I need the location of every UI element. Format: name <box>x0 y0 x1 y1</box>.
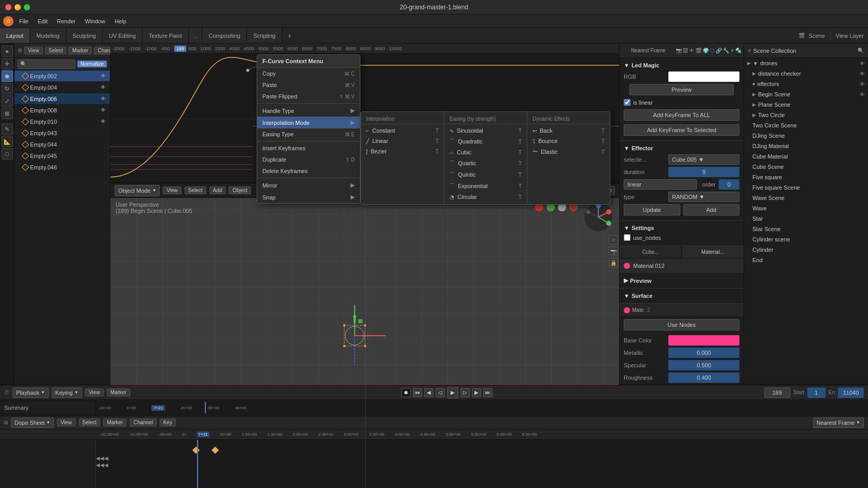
play-btn[interactable]: ▶ <box>447 387 458 398</box>
collection-five-sq[interactable]: Five square <box>744 172 868 182</box>
order-value[interactable]: 0 <box>719 179 739 190</box>
empty-043-item[interactable]: Empty.043 <box>15 127 110 139</box>
dyn-bounce[interactable]: ⤵ Bounce T <box>527 136 610 146</box>
cube-tab[interactable]: Cube... <box>620 246 682 258</box>
viewport-view-btn[interactable]: View <box>163 186 181 194</box>
tool-cursor[interactable]: ✛ <box>2 58 13 69</box>
ease-circular[interactable]: ◔ Circular T <box>444 192 527 202</box>
outliner-filter-btn[interactable]: 🔍 <box>858 48 864 53</box>
next-frame-btn[interactable]: ▶ <box>472 388 481 397</box>
is-linear-checkbox[interactable] <box>624 99 631 106</box>
tool-measure[interactable]: 📐 <box>2 136 13 147</box>
collection-two-circle[interactable]: ▶ Two Circle <box>744 110 868 120</box>
selected-dropdown[interactable]: Cube.005 ▼ <box>668 154 739 165</box>
minimize-btn[interactable] <box>15 4 21 10</box>
empty-002-item[interactable]: Empty.002 👁 <box>15 70 110 82</box>
collection-cylinder-scene[interactable]: Cylinder scene <box>744 234 868 245</box>
effector-title[interactable]: ▼ Effector <box>620 143 744 153</box>
props-icon-particle[interactable]: ✦ <box>730 48 734 53</box>
maximize-btn[interactable] <box>24 4 30 10</box>
ease-exponential[interactable]: ⌒ Exponential T <box>444 180 527 192</box>
add-keyframe-selected-btn[interactable]: Add KeyFrame To Selected <box>624 124 739 136</box>
timeline-view-btn[interactable]: View <box>85 389 104 396</box>
ease-quintic[interactable]: ⌒ Quintic T <box>444 169 527 180</box>
collection-star[interactable]: Star <box>744 213 868 224</box>
eye-icon4[interactable]: 👁 <box>101 107 106 113</box>
props-icon-constraint[interactable]: 🔗 <box>716 48 722 53</box>
collection-distance[interactable]: ▶ distance checker 👁 <box>744 68 868 79</box>
easing-type-item[interactable]: Easing Type ⌘ E <box>257 128 360 140</box>
update-btn[interactable]: Update <box>624 204 680 216</box>
fcurve-view-btn[interactable]: View <box>24 47 43 54</box>
props-icon-scene[interactable]: 🎬 <box>695 48 702 53</box>
led-magic-title[interactable]: ▼ Led Magic <box>620 60 744 70</box>
collection-wave[interactable]: Wave <box>744 203 868 213</box>
collection-cube-mat[interactable]: Cube Material <box>744 151 868 162</box>
prev-frame-btn[interactable]: ◀ <box>424 388 433 397</box>
add-keyframe-all-btn[interactable]: Add KeyFrame To ALL <box>624 109 739 121</box>
snap-item[interactable]: Snap ▶ <box>257 191 360 203</box>
collection-djing[interactable]: DJing Scene <box>744 131 868 141</box>
collection-end[interactable]: End <box>744 255 868 265</box>
menu-file[interactable]: File <box>16 17 32 25</box>
empty-004-item[interactable]: Empty.004 👁 <box>15 82 110 93</box>
empty-045-item[interactable]: Empty.045 <box>15 150 110 162</box>
duration-value[interactable]: 9 <box>668 167 739 177</box>
dyn-back[interactable]: ↩ Back T <box>527 125 610 136</box>
dope-type-dropdown[interactable]: Dope Sheet ▼ <box>11 418 54 428</box>
collection-drones[interactable]: ▶ ▼ drones 👁 <box>744 58 868 68</box>
tab-compositing[interactable]: Compositing <box>202 28 247 43</box>
metallic-value[interactable]: 0.000 <box>668 348 739 358</box>
normalize-btn[interactable]: Normalize <box>77 61 107 67</box>
tab-modeling[interactable]: Modeling <box>30 28 66 43</box>
collection-five-sq-scene[interactable]: Five square Scene <box>744 182 868 193</box>
props-icon-view[interactable]: 👁 <box>689 48 694 53</box>
viewport-add-btn[interactable]: Add <box>209 186 226 194</box>
dope-view-btn[interactable]: View <box>57 419 76 426</box>
lock-icon[interactable]: 🔒 <box>609 258 618 267</box>
material-name-label[interactable]: Material.012 <box>633 263 739 269</box>
tab-sculpting[interactable]: Sculpting <box>66 28 103 43</box>
fcurve-select-btn[interactable]: Select <box>45 47 67 54</box>
ease-quadratic[interactable]: ⌒ Quadratic T <box>444 136 527 147</box>
use-nodes-btn[interactable]: Use Nodes <box>624 319 739 331</box>
paste-item[interactable]: Paste ⌘ V <box>257 79 360 91</box>
tab-texture-paint[interactable]: Texture Paint <box>143 28 189 43</box>
viewport-nav-gizmo[interactable] <box>583 202 614 233</box>
empty-008-item[interactable]: Empty.008 👁 <box>15 105 110 116</box>
empty-046-item[interactable]: Empty.046 <box>15 162 110 173</box>
interp-constant[interactable]: ⌐ Constant T <box>361 125 444 136</box>
collection-wave-scene[interactable]: Wave Scene <box>744 193 868 203</box>
roughness-value[interactable]: 0.400 <box>668 372 739 383</box>
prev-frame-step-btn[interactable]: ◁ <box>436 388 445 397</box>
tool-transform[interactable]: ⊞ <box>2 108 13 119</box>
specular-value[interactable]: 0.500 <box>668 360 739 370</box>
interpolation-mode-item[interactable]: Interpolation Mode ▶ <box>257 117 360 128</box>
type-dropdown[interactable]: RANDOM ▼ <box>668 192 739 202</box>
current-frame-input[interactable]: 189 <box>764 387 790 398</box>
playback-dropdown[interactable]: Playback ▼ <box>12 387 49 398</box>
record-btn[interactable]: ⏺ <box>401 388 411 397</box>
ease-sinusoidal[interactable]: ∿ Sinusoidal T <box>444 125 527 136</box>
fcurve-marker-btn[interactable]: Marker <box>68 47 92 54</box>
tab-uv-editing[interactable]: UV Editing <box>103 28 143 43</box>
tool-move[interactable]: ⊕ <box>2 70 13 82</box>
props-icon-render[interactable]: 📷 <box>676 48 682 53</box>
hide-icon-begin[interactable]: 👁 <box>860 92 865 97</box>
tool-annotate[interactable]: ✎ <box>2 123 13 135</box>
props-icon-physics[interactable]: 🔩 <box>735 48 741 53</box>
dyn-elastic[interactable]: 〜 Elastic T <box>527 146 610 157</box>
dope-channel-btn[interactable]: Channel <box>130 419 156 426</box>
viewport-mode-dropdown[interactable]: Object Mode ▼ <box>115 185 160 196</box>
eye-icon3[interactable]: 👁 <box>101 96 106 102</box>
hide-icon-distance[interactable]: 👁 <box>860 71 865 77</box>
material-tab[interactable]: Material... <box>682 246 744 258</box>
search-input[interactable]: 🔍 <box>18 60 75 69</box>
props-icon-world[interactable]: 🌍 <box>703 48 709 53</box>
next-keyframe-btn[interactable]: ⏭ <box>483 388 493 397</box>
eye-icon5[interactable]: 👁 <box>101 119 106 124</box>
start-value[interactable]: 1 <box>807 387 825 398</box>
ease-cubic[interactable]: ⌓ Cubic T <box>444 147 527 157</box>
dope-key-btn[interactable]: Key <box>160 419 176 426</box>
empty-044-item[interactable]: Empty.044 <box>15 139 110 150</box>
